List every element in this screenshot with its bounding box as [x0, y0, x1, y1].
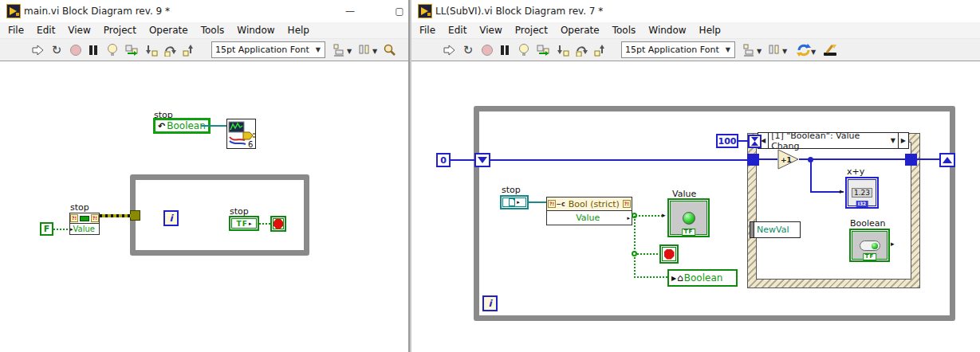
loop-condition-terminal[interactable] [270, 216, 286, 232]
i32-wire[interactable] [759, 158, 777, 160]
menu-project[interactable]: Project [509, 23, 554, 37]
false-constant[interactable]: F [40, 222, 53, 236]
abort-icon[interactable] [478, 41, 496, 59]
case-dropdown-icon[interactable]: ▼ [888, 133, 898, 148]
menu-edit[interactable]: Edit [442, 23, 473, 37]
minimize-button[interactable]: — [338, 2, 362, 20]
event-tunnel-right[interactable] [905, 154, 917, 166]
pause-icon[interactable] [496, 41, 514, 59]
menu-help[interactable]: Help [281, 23, 316, 37]
run-continuous-icon[interactable]: ↻ [48, 41, 65, 59]
property-node-stop[interactable]: ?! ?! ▸ Value [69, 213, 100, 235]
i32-wire[interactable] [810, 159, 812, 193]
menu-tools[interactable]: Tools [606, 23, 643, 37]
align-objects-icon[interactable]: ▼ [332, 41, 356, 59]
property-row-value[interactable]: Value [549, 213, 627, 223]
timeout-constant[interactable]: 100 [716, 134, 738, 148]
event-structure[interactable] [747, 133, 920, 288]
distribute-objects-icon[interactable]: ▼ [767, 41, 791, 59]
boolean-local-variable[interactable]: ▶ ⌂ Boolean [667, 269, 738, 287]
distribute-objects-icon[interactable]: ▼ [357, 41, 381, 59]
menu-view[interactable]: View [61, 23, 96, 37]
maximize-button[interactable]: ▢ [388, 2, 411, 20]
iteration-terminal[interactable]: i [482, 295, 498, 311]
step-over-icon[interactable] [573, 41, 590, 59]
stop-button-terminal[interactable] [659, 244, 679, 264]
boolean-switch-terminal[interactable]: TF [849, 229, 890, 262]
menu-file[interactable]: File [413, 23, 442, 37]
stop-boolean-terminal[interactable]: TF ▸ [229, 216, 259, 231]
i32-wire[interactable] [738, 140, 748, 142]
abort-icon[interactable] [67, 41, 85, 59]
font-selector[interactable]: 15pt Application Font ▼ [211, 41, 325, 58]
shift-register-left[interactable] [474, 153, 490, 167]
menu-view[interactable]: View [473, 23, 508, 37]
local-variable-name[interactable]: Boolean [684, 272, 723, 284]
boolean-wire[interactable] [634, 253, 659, 255]
i32-wire[interactable] [810, 191, 844, 193]
step-out-icon[interactable] [179, 41, 197, 59]
shift-register-down-icon [478, 157, 487, 163]
menu-window[interactable]: Window [230, 23, 281, 37]
step-out-icon[interactable] [591, 41, 608, 59]
next-case-icon[interactable]: ▶ [898, 133, 908, 148]
step-into-icon[interactable] [143, 41, 160, 59]
pause-icon[interactable] [85, 41, 102, 59]
highlight-execution-icon[interactable] [104, 41, 121, 59]
timeout-terminal[interactable] [748, 135, 762, 148]
step-into-icon[interactable] [554, 41, 572, 59]
shift-register-right[interactable] [939, 153, 955, 167]
retain-wire-values-icon[interactable] [124, 41, 141, 59]
reorder-objects-icon[interactable]: ▼ [794, 41, 818, 59]
refnum-wire[interactable] [201, 125, 226, 127]
event-tunnel-left[interactable] [747, 154, 759, 166]
menu-window[interactable]: Window [642, 23, 692, 37]
boolean-wire[interactable] [53, 229, 69, 230]
loop-tunnel[interactable] [130, 210, 140, 221]
newval-item[interactable]: NewVal [757, 225, 789, 235]
i32-wire[interactable] [917, 158, 939, 160]
retain-wire-values-icon[interactable] [535, 41, 553, 59]
run-icon[interactable] [29, 41, 46, 59]
boolean-wire[interactable] [259, 223, 270, 225]
property-row-value[interactable]: Value [73, 225, 95, 233]
align-objects-icon[interactable]: ▼ [742, 41, 766, 59]
cleanup-diagram-icon[interactable] [821, 41, 839, 59]
menu-file[interactable]: File [2, 23, 30, 37]
property-node-bool-strict[interactable]: ?! −c Bool (strict) ?! Value ▸ [546, 197, 632, 225]
menu-operate[interactable]: Operate [143, 23, 195, 37]
block-diagram-subvi[interactable]: 0 ◀ [1] "Boolean": Value Chang ▼ ▶ 100 +… [411, 62, 980, 352]
event-selector[interactable]: ◀ [1] "Boolean": Value Chang ▼ ▶ [758, 132, 909, 149]
iteration-terminal[interactable]: i [163, 210, 179, 226]
boolean-wire[interactable] [634, 276, 667, 278]
while-loop[interactable] [130, 174, 309, 256]
reference-wire[interactable] [100, 214, 131, 217]
menu-project[interactable]: Project [97, 23, 143, 37]
block-diagram-main[interactable]: stop ↶ Boolean 6 stop ?! [0, 62, 408, 352]
i32-wire[interactable] [451, 159, 474, 161]
menu-operate[interactable]: Operate [554, 23, 606, 37]
search-icon[interactable] [381, 41, 399, 59]
refnum-wire[interactable] [529, 201, 546, 203]
xy-indicator[interactable]: 1.23 I32 [845, 177, 879, 209]
menu-help[interactable]: Help [693, 23, 727, 37]
boolean-wire[interactable] [634, 216, 636, 278]
increment-node[interactable]: +1 [777, 148, 800, 174]
menu-tools[interactable]: Tools [195, 23, 231, 37]
titlebar[interactable]: LL(SubVI).vi Block Diagram rev. 7 * [411, 0, 980, 22]
event-data-node[interactable]: NewVal [750, 221, 801, 238]
highlight-execution-icon[interactable] [515, 41, 533, 59]
i32-wire[interactable] [490, 159, 747, 161]
run-icon[interactable] [440, 41, 458, 59]
stop-reference-terminal[interactable]: ▸ [500, 195, 529, 209]
titlebar[interactable]: main.vi Block Diagram rev. 9 * — ▢ [0, 0, 408, 22]
event-case-label[interactable]: [1] "Boolean": Value Chang [769, 133, 888, 148]
subvi-node[interactable]: 6 [226, 119, 256, 152]
step-over-icon[interactable] [161, 41, 179, 59]
run-continuous-icon[interactable]: ↻ [459, 41, 477, 59]
i32-wire[interactable] [799, 158, 905, 160]
menu-edit[interactable]: Edit [30, 23, 61, 37]
zero-constant[interactable]: 0 [436, 153, 451, 167]
font-selector[interactable]: 15pt Application Font ▼ [621, 41, 735, 58]
value-led-terminal[interactable]: TF [667, 198, 710, 237]
